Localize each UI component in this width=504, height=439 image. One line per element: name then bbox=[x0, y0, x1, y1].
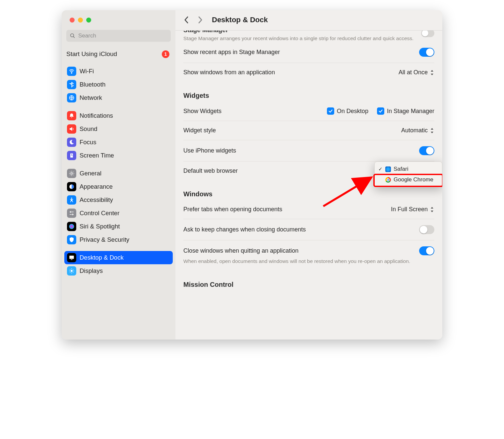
traffic-lights bbox=[62, 10, 175, 23]
show-widgets-group: On Desktop In Stage Manager bbox=[327, 107, 434, 115]
focus-icon bbox=[67, 138, 76, 147]
desktop-icon bbox=[67, 253, 76, 262]
prefer-tabs-row: Prefer tabs when opening documents In Fu… bbox=[183, 200, 434, 219]
browser-option-chrome[interactable]: Google Chrome bbox=[375, 174, 442, 185]
search-container bbox=[66, 30, 171, 42]
mission-control-title: Mission Control bbox=[183, 271, 434, 288]
sidebar-item-control-center[interactable]: Control Center bbox=[64, 207, 173, 220]
sidebar-item-sound[interactable]: Sound bbox=[64, 122, 173, 136]
sidebar-item-general[interactable]: General bbox=[64, 167, 173, 180]
minimize-window-button[interactable] bbox=[78, 18, 83, 23]
wifi-icon bbox=[67, 67, 76, 76]
ask-changes-label: Ask to keep changes when closing documen… bbox=[183, 226, 306, 233]
search-icon bbox=[70, 33, 76, 39]
close-windows-desc: When enabled, open documents and windows… bbox=[183, 258, 434, 265]
on-desktop-label: On Desktop bbox=[337, 108, 368, 115]
sidebar-item-label: General bbox=[80, 170, 101, 177]
network-icon bbox=[67, 93, 76, 102]
widget-style-row: Widget style Automatic bbox=[183, 121, 434, 140]
header: Desktop & Dock bbox=[175, 10, 442, 31]
sidebar-item-desktop-dock[interactable]: Desktop & Dock bbox=[64, 251, 173, 264]
icloud-label: Start Using iCloud bbox=[66, 50, 117, 58]
icloud-promo[interactable]: Start Using iCloud 1 bbox=[62, 46, 175, 63]
close-window-button[interactable] bbox=[70, 18, 75, 23]
privacy-icon bbox=[67, 235, 76, 244]
sidebar: Start Using iCloud 1 Wi-FiBluetoothNetwo… bbox=[62, 10, 175, 340]
sidebar-item-wi-fi[interactable]: Wi-Fi bbox=[64, 65, 173, 78]
main-panel: Desktop & Dock Stage Manager Stage Manag… bbox=[175, 10, 442, 340]
siri-icon bbox=[67, 222, 76, 231]
page-title: Desktop & Dock bbox=[212, 16, 268, 24]
chevron-updown-icon bbox=[430, 70, 434, 76]
widget-style-label: Widget style bbox=[183, 127, 216, 134]
browser-dropdown-menu: ✓ Safari Google Chrome bbox=[374, 161, 442, 187]
browser-option-label: Safari bbox=[394, 166, 408, 172]
svg-line-1 bbox=[73, 36, 75, 38]
sidebar-item-label: Wi-Fi bbox=[80, 68, 94, 75]
sidebar-item-label: Desktop & Dock bbox=[80, 254, 124, 261]
sidebar-item-network[interactable]: Network bbox=[64, 91, 173, 104]
nav-forward-button[interactable] bbox=[196, 16, 205, 24]
checkbox-checked-icon bbox=[327, 107, 334, 115]
in-stage-checkbox[interactable]: In Stage Manager bbox=[377, 107, 434, 115]
default-browser-row: Default web browser ✓ Safari Google Chro… bbox=[183, 161, 434, 180]
sidebar-item-bluetooth[interactable]: Bluetooth bbox=[64, 78, 173, 91]
sidebar-item-displays[interactable]: Displays bbox=[64, 264, 173, 278]
sidebar-item-accessibility[interactable]: Accessibility bbox=[64, 193, 173, 207]
sidebar-item-label: Screen Time bbox=[80, 152, 114, 159]
sidebar-item-label: Accessibility bbox=[80, 196, 113, 204]
sidebar-item-screen-time[interactable]: Screen Time bbox=[64, 149, 173, 162]
widget-style-select[interactable]: Automatic bbox=[401, 127, 434, 134]
show-recent-toggle[interactable] bbox=[419, 48, 434, 57]
sidebar-item-siri-spotlight[interactable]: Siri & Spotlight bbox=[64, 220, 173, 233]
chrome-icon bbox=[385, 177, 391, 183]
show-recent-label: Show recent apps in Stage Manager bbox=[183, 49, 280, 56]
sidebar-item-label: Displays bbox=[80, 267, 103, 275]
sound-icon bbox=[67, 124, 76, 134]
sidebar-item-label: Privacy & Security bbox=[80, 236, 129, 243]
close-windows-toggle[interactable] bbox=[419, 246, 434, 255]
svg-line-24 bbox=[70, 272, 71, 273]
show-windows-select[interactable]: All at Once bbox=[399, 69, 434, 76]
chevron-updown-icon bbox=[430, 207, 434, 213]
svg-rect-14 bbox=[69, 256, 74, 259]
controlcenter-icon bbox=[67, 209, 76, 218]
close-windows-row: Close windows when quitting an applicati… bbox=[183, 240, 434, 271]
sidebar-item-label: Siri & Spotlight bbox=[80, 223, 120, 230]
show-windows-label: Show windows from an application bbox=[183, 69, 275, 76]
show-windows-value: All at Once bbox=[399, 69, 428, 76]
sidebar-item-appearance[interactable]: Appearance bbox=[64, 180, 173, 193]
sidebar-item-notifications[interactable]: Notifications bbox=[64, 109, 173, 122]
sidebar-item-label: Notifications bbox=[80, 112, 113, 119]
checkbox-checked-icon bbox=[377, 107, 384, 115]
content: Stage Manager Stage Manager arranges you… bbox=[175, 31, 442, 340]
icloud-badge: 1 bbox=[162, 50, 169, 58]
sidebar-item-focus[interactable]: Focus bbox=[64, 136, 173, 149]
on-desktop-checkbox[interactable]: On Desktop bbox=[327, 107, 368, 115]
sidebar-item-label: Control Center bbox=[80, 210, 119, 217]
close-windows-label: Close windows when quitting an applicati… bbox=[183, 247, 298, 254]
prefer-tabs-select[interactable]: In Full Screen bbox=[391, 206, 434, 213]
ask-changes-toggle[interactable] bbox=[419, 225, 434, 234]
stage-manager-toggle[interactable] bbox=[421, 31, 434, 37]
sidebar-item-label: Focus bbox=[80, 139, 96, 146]
stage-manager-title: Stage Manager bbox=[183, 31, 434, 34]
svg-point-10 bbox=[72, 214, 73, 215]
in-stage-label: In Stage Manager bbox=[387, 108, 434, 115]
bluetooth-icon bbox=[67, 80, 76, 89]
sidebar-item-privacy-security[interactable]: Privacy & Security bbox=[64, 233, 173, 246]
svg-rect-15 bbox=[71, 259, 73, 260]
iphone-widgets-row: Use iPhone widgets bbox=[183, 140, 434, 161]
prefer-tabs-value: In Full Screen bbox=[391, 206, 428, 213]
iphone-widgets-toggle[interactable] bbox=[419, 146, 434, 155]
appearance-icon bbox=[67, 182, 76, 191]
screentime-icon bbox=[67, 151, 76, 160]
show-recent-row: Show recent apps in Stage Manager bbox=[183, 42, 434, 63]
search-input[interactable] bbox=[66, 30, 171, 42]
nav-back-button[interactable] bbox=[182, 16, 191, 24]
browser-option-safari[interactable]: ✓ Safari bbox=[375, 164, 442, 174]
show-widgets-row: Show Widgets On Desktop In Stage Manager bbox=[183, 101, 434, 121]
sidebar-item-label: Sound bbox=[80, 125, 97, 133]
zoom-window-button[interactable] bbox=[86, 18, 91, 23]
widgets-title: Widgets bbox=[183, 82, 434, 101]
